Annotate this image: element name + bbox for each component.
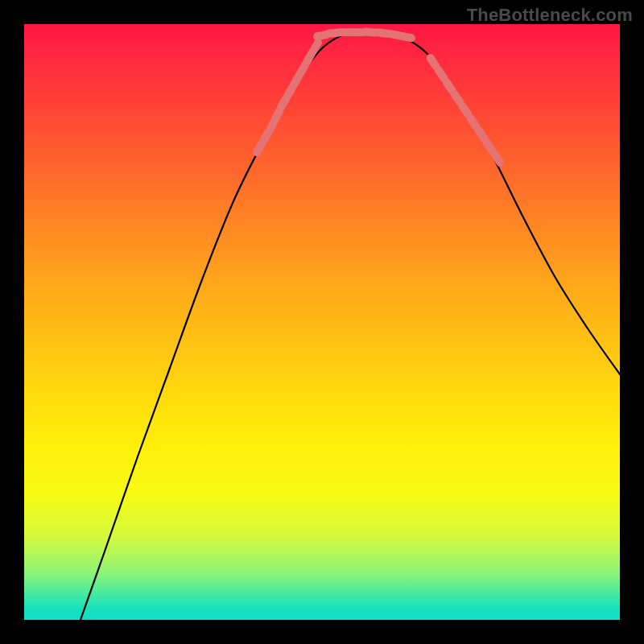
- dot-segment: [313, 43, 318, 51]
- dot-segment: [495, 155, 501, 163]
- dot-segment: [463, 106, 469, 114]
- dots-bottom-cluster: [317, 32, 411, 39]
- chart-svg: [24, 24, 620, 620]
- dots-right-cluster: [431, 58, 501, 163]
- dot-segment: [294, 76, 299, 85]
- dot-segment: [287, 88, 292, 96]
- dot-segment: [281, 99, 286, 107]
- watermark-text: TheBottleneck.com: [467, 5, 633, 26]
- dot-segment: [263, 133, 268, 141]
- dot-segment: [257, 144, 262, 152]
- curve-line: [80, 31, 620, 620]
- dot-segment: [455, 94, 460, 102]
- dot-segment: [479, 130, 485, 138]
- dot-segment: [447, 82, 452, 90]
- dot-segment: [390, 34, 399, 35]
- dot-segment: [471, 118, 477, 126]
- dot-segment: [439, 70, 444, 78]
- dot-segment: [487, 142, 493, 151]
- dot-segment: [317, 35, 327, 36]
- dot-segment: [300, 65, 305, 73]
- dot-segment: [402, 36, 411, 38]
- dot-segment: [275, 110, 279, 119]
- chart-frame: TheBottleneck.com: [0, 0, 644, 644]
- dot-segment: [431, 58, 436, 66]
- dot-segment: [307, 54, 312, 62]
- plot-area: [24, 24, 620, 620]
- dots-left-cluster: [257, 43, 318, 152]
- dot-segment: [270, 122, 274, 130]
